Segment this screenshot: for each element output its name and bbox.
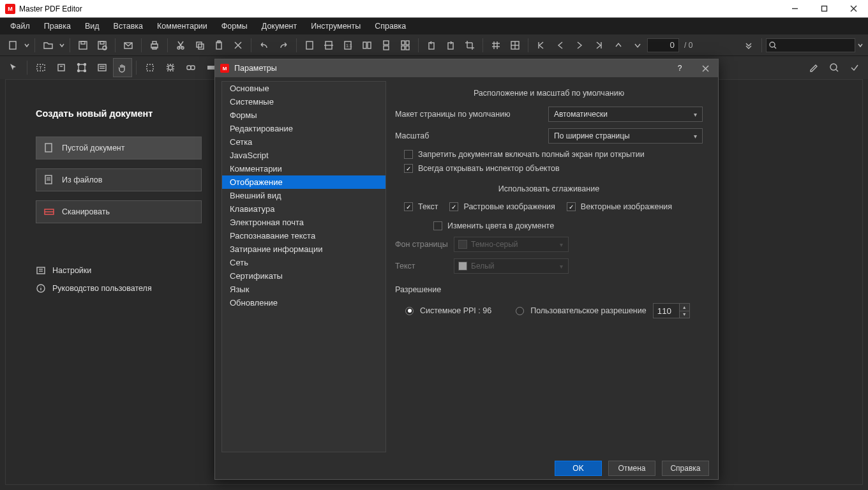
- cancel-button[interactable]: Отмена: [608, 461, 655, 476]
- page-layout-combo[interactable]: Автоматически: [548, 107, 703, 122]
- sidebar-item-comments[interactable]: Комментарии: [222, 162, 385, 175]
- print-button[interactable]: [146, 36, 163, 54]
- save-as-button[interactable]: [93, 36, 111, 54]
- open-dropdown[interactable]: [58, 36, 66, 54]
- ppi-up-icon[interactable]: ▲: [680, 304, 689, 311]
- inspector-checkbox[interactable]: [404, 164, 413, 173]
- first-page-button[interactable]: [532, 36, 550, 54]
- zoom-combo[interactable]: По ширине страницы: [548, 128, 703, 144]
- sidebar-item-system[interactable]: Системные: [222, 95, 385, 108]
- custom-ppi-spinner[interactable]: ▲▼: [653, 303, 690, 318]
- edit-object-tool[interactable]: [72, 58, 91, 77]
- save-button[interactable]: [74, 36, 92, 54]
- dialog-close-button[interactable]: [692, 59, 718, 77]
- actual-size-button[interactable]: 1:1: [339, 36, 357, 54]
- sidebar-item-editing[interactable]: Редактирование: [222, 122, 385, 135]
- blank-doc-button[interactable]: Пустой документ: [36, 137, 202, 160]
- cut-button[interactable]: [172, 36, 190, 54]
- sidebar-item-certs[interactable]: Сертификаты: [222, 269, 385, 283]
- prev-view-button[interactable]: [609, 36, 627, 54]
- marquee-tool[interactable]: [140, 58, 160, 77]
- new-doc-dropdown[interactable]: [23, 36, 31, 54]
- sidebar-item-update[interactable]: Обновление: [222, 296, 385, 309]
- highlight-tool[interactable]: [804, 58, 823, 77]
- grid-button[interactable]: [487, 36, 505, 54]
- snapshot-tool[interactable]: [161, 58, 180, 77]
- page-number-input[interactable]: [647, 38, 679, 52]
- from-files-button[interactable]: Из файлов: [36, 168, 202, 191]
- sidebar-item-redaction[interactable]: Затирание информации: [222, 242, 385, 256]
- maximize-button[interactable]: [809, 0, 839, 18]
- text-tool[interactable]: T: [31, 58, 50, 77]
- next-view-button[interactable]: [628, 36, 646, 54]
- aa-raster-checkbox[interactable]: [449, 202, 458, 211]
- continuous-button[interactable]: [377, 36, 395, 54]
- edit-text-tool[interactable]: [52, 58, 71, 77]
- sidebar-item-network[interactable]: Сеть: [222, 256, 385, 269]
- aa-vector-checkbox[interactable]: [567, 202, 576, 211]
- link-tool[interactable]: [181, 58, 200, 77]
- continuous-two-button[interactable]: [396, 36, 414, 54]
- menu-help[interactable]: Справка: [368, 19, 412, 33]
- last-page-button[interactable]: [590, 36, 608, 54]
- new-doc-button[interactable]: [4, 36, 22, 54]
- email-button[interactable]: [119, 36, 137, 54]
- paste-button[interactable]: [210, 36, 228, 54]
- crop-button[interactable]: [461, 36, 479, 54]
- search-dropdown[interactable]: [857, 36, 864, 54]
- zoom-tool[interactable]: [825, 58, 844, 77]
- help-button[interactable]: Справка: [662, 461, 709, 476]
- menu-forms[interactable]: Формы: [215, 19, 254, 33]
- sidebar-item-grid[interactable]: Сетка: [222, 135, 385, 149]
- custom-ppi-input[interactable]: [653, 303, 680, 318]
- redo-button[interactable]: [274, 36, 292, 54]
- ok-button[interactable]: OK: [555, 461, 602, 476]
- check-tool[interactable]: [845, 58, 864, 77]
- settings-link[interactable]: Настройки: [36, 262, 202, 279]
- menu-edit[interactable]: Правка: [38, 19, 77, 33]
- menu-comments[interactable]: Комментарии: [151, 19, 214, 33]
- sidebar-item-appearance[interactable]: Внешний вид: [222, 189, 385, 202]
- rotate-left-button[interactable]: [423, 36, 440, 54]
- sys-ppi-radio[interactable]: [405, 307, 414, 315]
- search-box[interactable]: [766, 38, 855, 52]
- select-tool[interactable]: [4, 58, 23, 77]
- menu-tools[interactable]: Инструменты: [304, 19, 367, 33]
- hand-tool[interactable]: [113, 58, 132, 77]
- scan-button[interactable]: Сканировать: [36, 200, 202, 223]
- sidebar-item-forms[interactable]: Формы: [222, 108, 385, 122]
- change-colors-checkbox[interactable]: [433, 221, 442, 230]
- two-page-button[interactable]: [358, 36, 376, 54]
- sidebar-item-email[interactable]: Электронная почта: [222, 216, 385, 229]
- close-window-button[interactable]: [839, 0, 868, 18]
- open-button[interactable]: [39, 36, 57, 54]
- prev-page-button[interactable]: [551, 36, 569, 54]
- fullscreen-checkbox[interactable]: [404, 150, 413, 159]
- dialog-help-button[interactable]: ?: [667, 59, 692, 77]
- aa-text-checkbox[interactable]: [404, 202, 413, 211]
- sidebar-item-general[interactable]: Основные: [222, 82, 385, 95]
- sidebar-item-ocr[interactable]: Распознавание текста: [222, 229, 385, 242]
- menu-view[interactable]: Вид: [79, 19, 106, 33]
- rotate-right-button[interactable]: [442, 36, 460, 54]
- fit-width-button[interactable]: [320, 36, 338, 54]
- delete-button[interactable]: [229, 36, 247, 54]
- menu-insert[interactable]: Вставка: [107, 19, 149, 33]
- form-tool[interactable]: [93, 58, 112, 77]
- menu-document[interactable]: Документ: [255, 19, 303, 33]
- undo-button[interactable]: [255, 36, 273, 54]
- sidebar-item-language[interactable]: Язык: [222, 283, 385, 296]
- snap-button[interactable]: [506, 36, 524, 54]
- guide-link[interactable]: Руководство пользователя: [36, 279, 202, 297]
- sidebar-item-javascript[interactable]: JavaScript: [222, 149, 385, 162]
- minimize-button[interactable]: [780, 0, 809, 18]
- more-button[interactable]: [740, 36, 758, 54]
- copy-button[interactable]: [191, 36, 209, 54]
- sidebar-item-keyboard[interactable]: Клавиатура: [222, 202, 385, 216]
- next-page-button[interactable]: [571, 36, 588, 54]
- sidebar-item-display[interactable]: Отображение: [222, 175, 385, 189]
- ppi-down-icon[interactable]: ▼: [680, 311, 689, 318]
- custom-ppi-radio[interactable]: [516, 307, 524, 315]
- fit-page-button[interactable]: [301, 36, 318, 54]
- menu-file[interactable]: Файл: [4, 19, 36, 33]
